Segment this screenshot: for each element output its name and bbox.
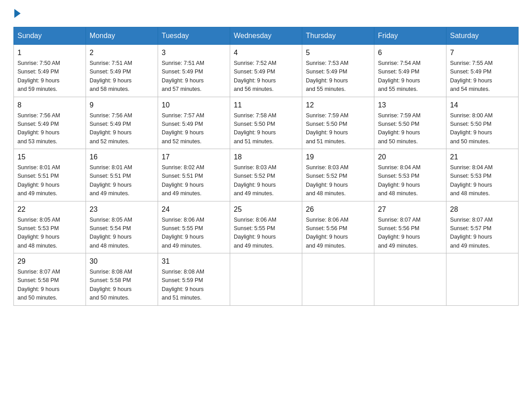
day-number: 3	[162, 47, 226, 58]
day-header-monday: Monday	[86, 27, 158, 45]
week-row-2: 8Sunrise: 7:56 AMSunset: 5:49 PMDaylight…	[14, 97, 519, 149]
day-number: 5	[306, 47, 370, 58]
day-number: 7	[450, 47, 515, 58]
day-cell-24: 24Sunrise: 8:06 AMSunset: 5:55 PMDayligh…	[158, 201, 230, 253]
day-cell-12: 12Sunrise: 7:59 AMSunset: 5:50 PMDayligh…	[302, 97, 374, 149]
logo-blue-part	[13, 9, 21, 18]
day-number: 2	[90, 47, 154, 58]
day-info: Sunrise: 8:04 AMSunset: 5:53 PMDaylight:…	[378, 163, 442, 198]
day-number: 11	[234, 100, 298, 111]
day-number: 10	[162, 100, 226, 111]
day-number: 21	[450, 152, 515, 163]
day-info: Sunrise: 7:50 AMSunset: 5:49 PMDaylight:…	[17, 59, 82, 94]
day-number: 29	[17, 256, 82, 267]
day-number: 9	[90, 100, 154, 111]
day-number: 23	[90, 204, 154, 215]
day-cell-10: 10Sunrise: 7:57 AMSunset: 5:49 PMDayligh…	[158, 97, 230, 149]
day-cell-1: 1Sunrise: 7:50 AMSunset: 5:49 PMDaylight…	[14, 45, 86, 97]
day-number: 30	[90, 256, 154, 267]
day-number: 22	[17, 204, 82, 215]
day-info: Sunrise: 8:03 AMSunset: 5:52 PMDaylight:…	[234, 163, 298, 198]
day-cell-15: 15Sunrise: 8:01 AMSunset: 5:51 PMDayligh…	[14, 149, 86, 201]
day-info: Sunrise: 8:01 AMSunset: 5:51 PMDaylight:…	[90, 163, 154, 198]
day-info: Sunrise: 8:06 AMSunset: 5:55 PMDaylight:…	[162, 216, 226, 251]
day-info: Sunrise: 8:06 AMSunset: 5:55 PMDaylight:…	[234, 216, 298, 251]
day-number: 20	[378, 152, 442, 163]
day-info: Sunrise: 7:59 AMSunset: 5:50 PMDaylight:…	[306, 111, 370, 146]
day-header-friday: Friday	[374, 27, 446, 45]
day-number: 31	[162, 256, 226, 267]
day-number: 28	[450, 204, 515, 215]
empty-cell	[374, 253, 446, 306]
day-cell-8: 8Sunrise: 7:56 AMSunset: 5:49 PMDaylight…	[14, 97, 86, 149]
day-cell-3: 3Sunrise: 7:51 AMSunset: 5:49 PMDaylight…	[158, 45, 230, 97]
week-row-3: 15Sunrise: 8:01 AMSunset: 5:51 PMDayligh…	[14, 149, 519, 201]
day-info: Sunrise: 7:51 AMSunset: 5:49 PMDaylight:…	[162, 59, 226, 94]
logo	[13, 9, 21, 18]
day-info: Sunrise: 7:53 AMSunset: 5:49 PMDaylight:…	[306, 59, 370, 94]
empty-cell	[446, 253, 519, 306]
day-info: Sunrise: 7:54 AMSunset: 5:49 PMDaylight:…	[378, 59, 442, 94]
day-cell-29: 29Sunrise: 8:07 AMSunset: 5:58 PMDayligh…	[14, 253, 86, 306]
day-info: Sunrise: 8:04 AMSunset: 5:53 PMDaylight:…	[450, 163, 515, 198]
day-number: 1	[17, 47, 82, 58]
day-info: Sunrise: 8:03 AMSunset: 5:52 PMDaylight:…	[306, 163, 370, 198]
calendar-table: SundayMondayTuesdayWednesdayThursdayFrid…	[13, 27, 519, 306]
day-info: Sunrise: 8:01 AMSunset: 5:51 PMDaylight:…	[17, 163, 82, 198]
day-cell-20: 20Sunrise: 8:04 AMSunset: 5:53 PMDayligh…	[374, 149, 446, 201]
day-header-saturday: Saturday	[446, 27, 519, 45]
week-row-4: 22Sunrise: 8:05 AMSunset: 5:53 PMDayligh…	[14, 201, 519, 253]
day-cell-4: 4Sunrise: 7:52 AMSunset: 5:49 PMDaylight…	[230, 45, 302, 97]
day-info: Sunrise: 7:56 AMSunset: 5:49 PMDaylight:…	[90, 111, 154, 146]
day-cell-5: 5Sunrise: 7:53 AMSunset: 5:49 PMDaylight…	[302, 45, 374, 97]
day-cell-31: 31Sunrise: 8:08 AMSunset: 5:59 PMDayligh…	[158, 253, 230, 306]
day-header-sunday: Sunday	[14, 27, 86, 45]
empty-cell	[302, 253, 374, 306]
day-cell-11: 11Sunrise: 7:58 AMSunset: 5:50 PMDayligh…	[230, 97, 302, 149]
day-number: 8	[17, 100, 82, 111]
logo-arrow-icon	[14, 9, 21, 18]
day-cell-19: 19Sunrise: 8:03 AMSunset: 5:52 PMDayligh…	[302, 149, 374, 201]
day-info: Sunrise: 8:08 AMSunset: 5:58 PMDaylight:…	[90, 268, 154, 303]
week-row-5: 29Sunrise: 8:07 AMSunset: 5:58 PMDayligh…	[14, 253, 519, 306]
week-row-1: 1Sunrise: 7:50 AMSunset: 5:49 PMDaylight…	[14, 45, 519, 97]
day-number: 16	[90, 152, 154, 163]
day-cell-25: 25Sunrise: 8:06 AMSunset: 5:55 PMDayligh…	[230, 201, 302, 253]
day-cell-16: 16Sunrise: 8:01 AMSunset: 5:51 PMDayligh…	[86, 149, 158, 201]
day-number: 13	[378, 100, 442, 111]
day-cell-18: 18Sunrise: 8:03 AMSunset: 5:52 PMDayligh…	[230, 149, 302, 201]
day-info: Sunrise: 8:05 AMSunset: 5:54 PMDaylight:…	[90, 216, 154, 251]
day-info: Sunrise: 7:59 AMSunset: 5:50 PMDaylight:…	[378, 111, 442, 146]
day-info: Sunrise: 8:07 AMSunset: 5:56 PMDaylight:…	[378, 216, 442, 251]
day-number: 15	[17, 152, 82, 163]
day-number: 6	[378, 47, 442, 58]
day-cell-7: 7Sunrise: 7:55 AMSunset: 5:49 PMDaylight…	[446, 45, 519, 97]
day-number: 25	[234, 204, 298, 215]
day-cell-2: 2Sunrise: 7:51 AMSunset: 5:49 PMDaylight…	[86, 45, 158, 97]
day-info: Sunrise: 8:07 AMSunset: 5:58 PMDaylight:…	[17, 268, 82, 303]
day-cell-17: 17Sunrise: 8:02 AMSunset: 5:51 PMDayligh…	[158, 149, 230, 201]
day-number: 27	[378, 204, 442, 215]
day-info: Sunrise: 7:56 AMSunset: 5:49 PMDaylight:…	[17, 111, 82, 146]
day-header-wednesday: Wednesday	[230, 27, 302, 45]
day-number: 19	[306, 152, 370, 163]
day-header-thursday: Thursday	[302, 27, 374, 45]
day-info: Sunrise: 8:02 AMSunset: 5:51 PMDaylight:…	[162, 163, 226, 198]
days-header-row: SundayMondayTuesdayWednesdayThursdayFrid…	[14, 27, 519, 45]
day-info: Sunrise: 7:58 AMSunset: 5:50 PMDaylight:…	[234, 111, 298, 146]
day-cell-13: 13Sunrise: 7:59 AMSunset: 5:50 PMDayligh…	[374, 97, 446, 149]
day-cell-9: 9Sunrise: 7:56 AMSunset: 5:49 PMDaylight…	[86, 97, 158, 149]
day-info: Sunrise: 7:51 AMSunset: 5:49 PMDaylight:…	[90, 59, 154, 94]
day-number: 14	[450, 100, 515, 111]
day-number: 4	[234, 47, 298, 58]
day-cell-21: 21Sunrise: 8:04 AMSunset: 5:53 PMDayligh…	[446, 149, 519, 201]
empty-cell	[230, 253, 302, 306]
day-number: 26	[306, 204, 370, 215]
day-info: Sunrise: 8:05 AMSunset: 5:53 PMDaylight:…	[17, 216, 82, 251]
day-info: Sunrise: 7:55 AMSunset: 5:49 PMDaylight:…	[450, 59, 515, 94]
day-cell-27: 27Sunrise: 8:07 AMSunset: 5:56 PMDayligh…	[374, 201, 446, 253]
day-info: Sunrise: 8:08 AMSunset: 5:59 PMDaylight:…	[162, 268, 226, 303]
day-cell-28: 28Sunrise: 8:07 AMSunset: 5:57 PMDayligh…	[446, 201, 519, 253]
day-cell-22: 22Sunrise: 8:05 AMSunset: 5:53 PMDayligh…	[14, 201, 86, 253]
day-info: Sunrise: 7:57 AMSunset: 5:49 PMDaylight:…	[162, 111, 226, 146]
